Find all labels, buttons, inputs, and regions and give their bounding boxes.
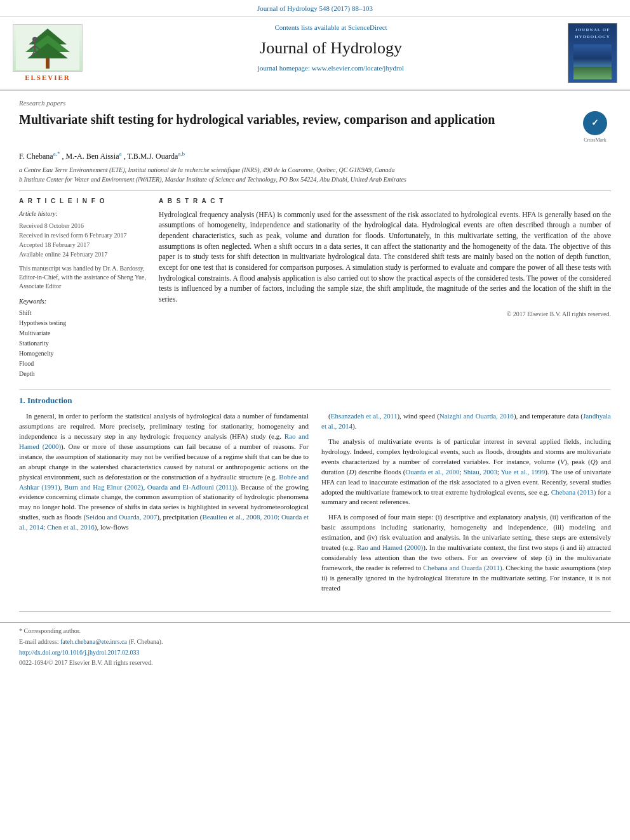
elsevier-tree-image (13, 24, 83, 72)
introduction-section: 1. Introduction In general, in order to … (19, 389, 611, 599)
crossmark-label: CrossMark (584, 137, 607, 143)
keyword-multivariate: Multivariate (19, 328, 146, 338)
ref-chebana-ouarda[interactable]: Chebana and Ouarda (2011) (423, 564, 502, 571)
ref-shiau[interactable]: Shiau, 2003 (464, 468, 497, 476)
sciencedirect-link-text[interactable]: ScienceDirect (348, 23, 387, 31)
manuscript-note: This manuscript was handled by Dr. A. Ba… (19, 264, 146, 291)
accepted-date: Accepted 18 February 2017 (19, 240, 146, 250)
svg-rect-1 (46, 57, 50, 69)
ref-yue[interactable]: Yue et al., 1999 (500, 468, 545, 476)
ref-naizghi[interactable]: Naizghi and Ouarda, 2016 (439, 412, 514, 420)
authors-line: F. Chebanaa,* , M.-A. Ben Aissiaa , T.B.… (19, 150, 611, 162)
sciencedirect-line: Contents lists available at ScienceDirec… (114, 23, 547, 32)
footer-area: * Corresponding author. E-mail address: … (0, 622, 630, 667)
abstract-text: Hydrological frequency analysis (HFA) is… (159, 210, 611, 319)
available-online-date: Available online 24 February 2017 (19, 250, 146, 259)
footer-divider (19, 611, 611, 612)
doi-link[interactable]: http://dx.doi.org/10.1016/j.jhydrol.2017… (19, 648, 611, 657)
svg-point-5 (32, 37, 37, 42)
journal-cover-image: JOURNAL OF HYDROLOGY (568, 23, 617, 83)
email-author: (F. Chebana). (128, 638, 163, 645)
body-col-right: (Ehsanzadeh et al., 2011), wind speed (N… (321, 411, 611, 599)
ref-ouarda[interactable]: Ouarda and El-Adlouni (2011) (147, 483, 234, 491)
section-title: 1. Introduction (19, 395, 611, 406)
article-info-block: Article history: Received 8 October 2016… (19, 210, 146, 291)
crossmark-icon: ✓ (583, 111, 607, 135)
journal-title: Journal of Hydrology (114, 37, 547, 60)
affiliation-b: b Institute Center for Water and Environ… (19, 175, 611, 183)
article-content: Research papers Multivariate shift testi… (0, 91, 630, 611)
keyword-stationarity: Stationarity (19, 338, 146, 349)
author2-sup: a (119, 150, 121, 157)
email-line: E-mail address: fateh.chebana@ete.inrs.c… (19, 637, 611, 646)
body-two-col: In general, in order to perform the stat… (19, 411, 611, 599)
abstract-label: A B S T R A C T (159, 197, 611, 206)
journal-bar-text: Journal of Hydrology 548 (2017) 88–103 (257, 4, 373, 12)
ref-burn[interactable]: Burn and Hag Elnur (2002) (64, 483, 143, 491)
header-right: JOURNAL OF HYDROLOGY (560, 23, 617, 83)
intro-col1-para1: In general, in order to perform the stat… (19, 411, 309, 533)
intro-col2-para3: HFA is composed of four main steps: (i) … (321, 512, 611, 594)
ref-rao-hamed2[interactable]: Rao and Hamed (2000) (357, 543, 423, 551)
keywords-label: Keywords: (19, 297, 146, 306)
article-title: Multivariate shift testing for hydrologi… (19, 111, 570, 128)
ref-rao-hamed[interactable]: Rao and Hamed (2000) (19, 432, 309, 450)
journal-homepage-prefix: journal homepage: www.elsevier.com/locat… (258, 64, 404, 72)
article-history-heading: Article history: (19, 210, 146, 218)
keyword-homogeneity: Homogeneity (19, 349, 146, 359)
header-center: Contents lists available at ScienceDirec… (102, 23, 560, 83)
article-info-column: A R T I C L E I N F O Article history: R… (19, 197, 146, 379)
keyword-hypothesis: Hypothesis testing (19, 318, 146, 328)
abstract-column: A B S T R A C T Hydrological frequency a… (159, 197, 611, 379)
copyright-line: © 2017 Elsevier B.V. All rights reserved… (159, 310, 611, 319)
abstract-paragraph: Hydrological frequency analysis (HFA) is… (159, 210, 611, 305)
sciencedirect-prefix: Contents lists available at (274, 23, 346, 31)
article-title-area: Multivariate shift testing for hydrologi… (19, 111, 611, 143)
keyword-depth: Depth (19, 369, 146, 379)
journal-homepage: journal homepage: www.elsevier.com/locat… (114, 63, 547, 73)
research-papers-label: Research papers (19, 98, 611, 108)
keywords-block: Keywords: Shift Hypothesis testing Multi… (19, 297, 146, 379)
keyword-flood: Flood (19, 359, 146, 369)
author1-name: F. Chebana (19, 152, 53, 161)
crossmark-badge: ✓ CrossMark (579, 111, 611, 143)
email-label: E-mail address: (19, 638, 58, 645)
intro-col2-para2: The analysis of multivariate events is o… (321, 437, 611, 508)
email-address[interactable]: fateh.chebana@ete.inrs.ca (60, 638, 127, 645)
page-wrapper: Journal of Hydrology 548 (2017) 88–103 (0, 0, 630, 667)
journal-top-bar: Journal of Hydrology 548 (2017) 88–103 (0, 0, 630, 17)
author1-sup: a,* (53, 150, 60, 157)
article-info-abstract-section: A R T I C L E I N F O Article history: R… (19, 190, 611, 379)
elsevier-logo: ELSEVIER (13, 24, 83, 83)
article-info-label: A R T I C L E I N F O (19, 197, 146, 206)
elsevier-label: ELSEVIER (25, 73, 70, 83)
keyword-shift: Shift (19, 308, 146, 318)
ref-beaulieu[interactable]: Beaulieu et al., 2008, 2010; Ouarda et a… (19, 513, 309, 531)
affiliation-a: a Centre Eau Terre Environnement (ETE), … (19, 166, 611, 174)
ref-seidou[interactable]: Seidou and Ouarda, 2007 (86, 513, 157, 521)
body-col-left: In general, in order to perform the stat… (19, 411, 309, 599)
corresponding-author-note: * Corresponding author. (19, 627, 611, 636)
ref-ehsanzadeh[interactable]: Ehsanzadeh et al., 2011 (331, 412, 398, 420)
author2-name: , M.-A. Ben Aissia (62, 152, 119, 161)
received-date: Received 8 October 2016 (19, 221, 146, 230)
author3-name: , T.B.M.J. Ouarda (123, 152, 178, 161)
header-left: ELSEVIER (13, 23, 102, 83)
ref-ouarda2000[interactable]: Ouarda et al., 2000 (405, 468, 459, 476)
author3-sup: a,b (178, 150, 185, 157)
footer-copyright: 0022-1694/© 2017 Elsevier B.V. All right… (19, 658, 611, 667)
received-revised-date: Received in revised form 6 February 2017 (19, 230, 146, 240)
header-area: ELSEVIER Contents lists available at Sci… (0, 17, 630, 91)
intro-col2-para1: (Ehsanzadeh et al., 2011), wind speed (N… (321, 411, 611, 432)
ref-chebana2013[interactable]: Chebana (2013) (551, 488, 596, 496)
